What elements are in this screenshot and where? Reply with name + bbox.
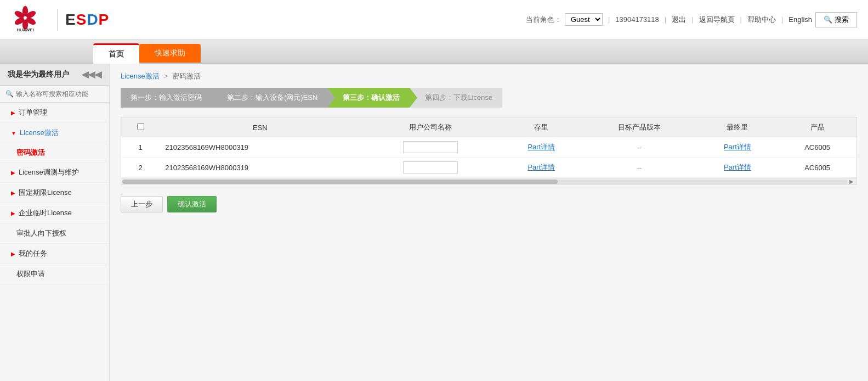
row-num: 1 xyxy=(121,137,160,158)
arrow-icon: ▶ xyxy=(11,251,15,257)
prev-button[interactable]: 上一步 xyxy=(121,196,163,212)
breadcrumb-link[interactable]: License激活 xyxy=(121,72,160,80)
role-select[interactable]: Guest xyxy=(565,13,603,26)
row-esn: 21023568169WH8000319 xyxy=(160,137,360,158)
breadcrumb-separator: > xyxy=(163,72,168,80)
esdp-logo: ESDP xyxy=(65,11,109,29)
sep1: | xyxy=(608,15,610,24)
logout-link[interactable]: 退出 xyxy=(672,15,686,25)
sidebar: 我是华为最终用户 ◀◀◀ 🔍 ▶ 订单管理 ▼ License激活 密码激活 ▶… xyxy=(0,64,110,381)
sidebar-header: 我是华为最终用户 ◀◀◀ xyxy=(0,64,109,86)
step-4: 第四步：下载License xyxy=(410,88,502,108)
arrow-icon: ▶ xyxy=(11,170,15,176)
final-link[interactable]: Part详情 xyxy=(724,163,751,171)
steps-bar: 第一步：输入激活密码 第二步：输入设备(网元)ESN 第三步：确认激活 第四步：… xyxy=(121,88,857,108)
sidebar-subitem-label: 密码激活 xyxy=(16,148,45,156)
table-row: 1 21023568169WH8000319 Part详情 -- Part详情 … xyxy=(121,137,856,158)
search-btn-label: 搜索 xyxy=(835,15,849,25)
sidebar-item-my-tasks[interactable]: ▶ 我的任务 xyxy=(0,244,109,264)
arrow-icon: ▼ xyxy=(11,130,16,136)
step-3-label: 第三步：确认激活 xyxy=(343,93,400,103)
sidebar-title: 我是华为最终用户 xyxy=(8,70,69,80)
sidebar-item-label: License调测与维护 xyxy=(19,167,79,177)
arrow-icon: ▶ xyxy=(11,210,15,216)
col-checkbox xyxy=(121,118,160,137)
col-target-version: 目标产品版本 xyxy=(582,118,697,137)
sidebar-item-label: 企业临时License xyxy=(19,208,72,218)
row-final: Part详情 xyxy=(696,137,778,158)
stock-link[interactable]: Part详情 xyxy=(527,163,555,171)
scroll-right-arrow[interactable]: ▶ xyxy=(848,178,855,184)
scroll-thumb[interactable] xyxy=(122,180,558,184)
sidebar-item-label: 审批人向下授权 xyxy=(16,228,66,238)
row-stock: Part详情 xyxy=(501,137,582,158)
navbar: 首页 快速求助 xyxy=(0,40,868,64)
sidebar-item-temp-license[interactable]: ▶ 企业临时License xyxy=(0,203,109,223)
table-container: ESN 用户公司名称 存里 目标产品版本 最终里 产品 1 2102356816… xyxy=(121,117,857,185)
step-1-label: 第一步：输入激活密码 xyxy=(131,93,202,103)
row-stock: Part详情 xyxy=(501,158,582,178)
arrow-icon: ▶ xyxy=(11,110,15,116)
tab-home[interactable]: 首页 xyxy=(93,43,139,64)
sidebar-item-label: 我的任务 xyxy=(19,249,47,259)
row-company xyxy=(360,137,501,158)
sep3: | xyxy=(691,15,693,24)
col-company: 用户公司名称 xyxy=(360,118,501,137)
stock-link[interactable]: Part详情 xyxy=(527,143,555,151)
breadcrumb: License激活 > 密码激活 xyxy=(121,71,857,81)
nav-back-link[interactable]: 返回导航页 xyxy=(699,15,735,25)
step-3: 第三步：确认激活 xyxy=(327,88,410,108)
help-link[interactable]: 帮助中心 xyxy=(747,15,776,25)
header: HUAWEI ESDP 当前角色： Guest | 13904173118 | … xyxy=(0,0,868,40)
sidebar-collapse-button[interactable]: ◀◀◀ xyxy=(82,69,101,80)
scroll-track xyxy=(122,180,848,184)
language-link[interactable]: English xyxy=(788,15,812,24)
select-all-checkbox[interactable] xyxy=(137,123,144,130)
final-link[interactable]: Part详情 xyxy=(724,143,751,151)
col-stock: 存里 xyxy=(501,118,582,137)
sidebar-search: 🔍 xyxy=(0,86,109,103)
row-esn: 21023568169WH8000319 xyxy=(160,158,360,178)
horizontal-scrollbar[interactable]: ▶ xyxy=(121,178,856,184)
row-product: AC6005 xyxy=(778,158,856,178)
sidebar-item-fixed-license[interactable]: ▶ 固定期限License xyxy=(0,183,109,203)
sidebar-search-input[interactable] xyxy=(16,90,93,98)
sidebar-item-label: 权限申请 xyxy=(16,269,45,279)
row-target-version: -- xyxy=(582,137,697,158)
svg-text:HUAWEI: HUAWEI xyxy=(16,27,33,32)
sep5: | xyxy=(781,15,783,24)
sidebar-item-orders[interactable]: ▶ 订单管理 xyxy=(0,103,109,123)
tab-quick[interactable]: 快速求助 xyxy=(139,44,201,63)
activation-table: ESN 用户公司名称 存里 目标产品版本 最终里 产品 1 2102356816… xyxy=(121,118,856,178)
search-button[interactable]: 🔍 搜索 xyxy=(815,12,857,27)
user-id: 13904173118 xyxy=(615,15,659,24)
step-1: 第一步：输入激活密码 xyxy=(121,88,212,108)
step-4-label: 第四步：下载License xyxy=(425,93,492,103)
step-2: 第二步：输入设备(网元)ESN xyxy=(212,88,327,108)
col-final: 最终里 xyxy=(696,118,778,137)
sidebar-subitem-password-activation[interactable]: 密码激活 xyxy=(0,143,109,163)
sidebar-item-license-test[interactable]: ▶ License调测与维护 xyxy=(0,163,109,183)
content: License激活 > 密码激活 第一步：输入激活密码 第二步：输入设备(网元)… xyxy=(110,64,868,381)
col-product: 产品 xyxy=(778,118,856,137)
sep4: | xyxy=(740,15,742,24)
company-input[interactable] xyxy=(403,141,458,153)
row-final: Part详情 xyxy=(696,158,778,178)
sidebar-item-label: License激活 xyxy=(20,128,59,138)
huawei-logo: HUAWEI xyxy=(11,5,39,34)
confirm-button[interactable]: 确认激活 xyxy=(167,196,217,212)
sidebar-item-label: 固定期限License xyxy=(19,188,72,198)
sidebar-item-permissions[interactable]: 权限申请 xyxy=(0,264,109,284)
row-product: AC6005 xyxy=(778,137,856,158)
search-icon: 🔍 xyxy=(824,15,832,24)
row-num: 2 xyxy=(121,158,160,178)
header-right: 当前角色： Guest | 13904173118 | 退出 | 返回导航页 |… xyxy=(526,12,857,27)
sidebar-item-approver[interactable]: 审批人向下授权 xyxy=(0,223,109,244)
company-input[interactable] xyxy=(403,161,458,173)
sidebar-item-license-activation[interactable]: ▼ License激活 xyxy=(0,123,109,143)
row-target-version: -- xyxy=(582,158,697,178)
action-bar: 上一步 确认激活 xyxy=(121,193,857,216)
sidebar-search-icon: 🔍 xyxy=(5,90,14,98)
arrow-icon: ▶ xyxy=(11,190,15,196)
logo-divider xyxy=(57,9,58,31)
